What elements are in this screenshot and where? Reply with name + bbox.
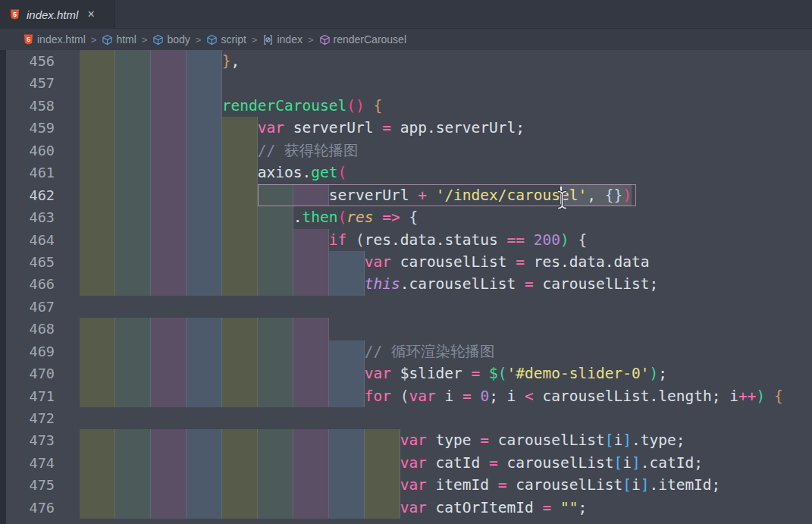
code-text: .then(res => {: [80, 206, 812, 228]
indent-block: [115, 72, 151, 94]
code-text: },: [80, 50, 812, 72]
indent-block: [293, 318, 329, 340]
breadcrumb-separator: >: [91, 34, 97, 45]
code-text: var serverUrl = app.serverUrl;: [80, 117, 812, 139]
code-text: var type = carouselList[i].type;: [80, 429, 812, 451]
line-number: 474: [0, 452, 80, 474]
line-number: 458: [0, 95, 80, 117]
code-line[interactable]: 466 this.carouselList = carouselList;: [0, 273, 812, 295]
code-line[interactable]: 474 var catId = carouselList[i].catId;: [0, 452, 812, 474]
line-number: 469: [0, 340, 80, 362]
line-number: 461: [0, 162, 80, 184]
code-line[interactable]: 456 },: [0, 50, 812, 72]
code-line[interactable]: 463 .then(res => {: [0, 206, 812, 228]
indent-block: [151, 318, 187, 340]
code-text: renderCarousel() {: [80, 95, 812, 117]
indent-block: [151, 72, 187, 94]
indent-block: [80, 72, 115, 94]
code-line[interactable]: 468: [0, 318, 812, 340]
indent-block: [187, 72, 222, 94]
breadcrumb-separator: >: [196, 34, 202, 45]
indent-block: [258, 318, 293, 340]
code-text: var carouselList = res.data.data: [80, 251, 812, 273]
tab-title: index.html: [27, 8, 78, 21]
line-number: 462: [0, 184, 80, 206]
breadcrumb-item-index.html[interactable]: 5index.html: [23, 33, 86, 45]
code-text: axios.get(: [80, 162, 812, 184]
code-line[interactable]: 471 for (var i = 0; i < carouselList.len…: [0, 385, 812, 407]
line-number: 459: [0, 117, 80, 139]
indent-block: [222, 318, 258, 340]
method-icon: [319, 33, 331, 45]
line-number: 460: [0, 140, 80, 162]
breadcrumb-item-html[interactable]: html: [102, 33, 136, 45]
indent-block: [115, 318, 151, 340]
code-line[interactable]: 464 if (res.data.status == 200) {: [0, 229, 812, 251]
svg-text:5: 5: [27, 36, 30, 43]
line-number: 465: [0, 251, 80, 273]
line-number: 471: [0, 385, 80, 407]
line-number: 475: [0, 474, 80, 496]
line-number: 457: [0, 72, 80, 94]
line-number: 468: [0, 318, 80, 340]
code-line[interactable]: 469 // 循环渲染轮播图: [0, 340, 812, 362]
code-text: // 循环渲染轮播图: [80, 340, 812, 362]
html5-icon: 5: [23, 33, 34, 45]
element-icon: [102, 33, 113, 45]
breadcrumb: 5index.html>html>body>script>index>rende…: [0, 29, 812, 50]
code-line[interactable]: 475 var itemId = carouselList[i].itemId;: [0, 474, 812, 496]
line-number: 463: [0, 206, 80, 228]
breadcrumb-separator: >: [308, 34, 314, 45]
line-number: 472: [0, 407, 80, 429]
line-number: 456: [0, 50, 80, 72]
line-number: 470: [0, 362, 80, 384]
code-line[interactable]: 465 var carouselList = res.data.data: [0, 251, 812, 273]
code-line[interactable]: 470 var $slider = $('#demo-slider-0');: [0, 362, 812, 384]
code-line[interactable]: 458 renderCarousel() {: [0, 95, 812, 117]
line-number: 476: [0, 497, 80, 519]
module-icon: [262, 33, 274, 45]
breadcrumb-label: body: [167, 33, 190, 45]
breadcrumb-label: script: [221, 33, 246, 45]
code-text: if (res.data.status == 200) {: [80, 229, 812, 251]
close-icon[interactable]: ×: [86, 8, 96, 20]
svg-text:5: 5: [13, 11, 17, 18]
line-number: 466: [0, 273, 80, 295]
breadcrumb-separator: >: [142, 34, 148, 45]
breadcrumb-item-renderCarousel[interactable]: renderCarousel: [319, 33, 407, 45]
code-text: var itemId = carouselList[i].itemId;: [80, 474, 812, 496]
code-text: // 获得轮播图: [80, 140, 812, 162]
code-text: serverUrl + '/index/carousel', {}): [80, 184, 812, 206]
code-text: this.carouselList = carouselList;: [80, 273, 812, 295]
breadcrumb-item-index[interactable]: index: [262, 33, 302, 45]
tab-index-html[interactable]: 5 index.html ×: [0, 0, 115, 29]
code-line[interactable]: 472: [0, 407, 812, 429]
line-number: 473: [0, 429, 80, 451]
code-line[interactable]: 473 var type = carouselList[i].type;: [0, 429, 812, 451]
code-area[interactable]: 456 },457458 renderCarousel() {459 var s…: [0, 50, 812, 524]
vscode-window: 5 index.html × 5index.html>html>body>scr…: [0, 0, 812, 524]
breadcrumb-item-body[interactable]: body: [152, 33, 190, 45]
code-line[interactable]: 461 axios.get(: [0, 162, 812, 184]
breadcrumb-label: index.html: [37, 33, 86, 45]
breadcrumb-label: index: [277, 33, 302, 45]
code-line[interactable]: 457: [0, 72, 812, 94]
code-line[interactable]: 460 // 获得轮播图: [0, 140, 812, 162]
code-text: var $slider = $('#demo-slider-0');: [80, 362, 812, 384]
line-number: 467: [0, 296, 80, 318]
code-line[interactable]: 467: [0, 296, 812, 318]
html5-icon: 5: [9, 8, 20, 21]
breadcrumb-separator: >: [252, 34, 258, 45]
indent-block: [80, 318, 115, 340]
tab-bar: 5 index.html ×: [0, 0, 812, 29]
element-icon: [206, 33, 218, 45]
code-line[interactable]: 462 serverUrl + '/index/carousel', {}): [0, 184, 812, 206]
code-text: var catOrItemId = "";: [80, 497, 812, 519]
code-line[interactable]: 459 var serverUrl = app.serverUrl;: [0, 117, 812, 139]
code-text: var catId = carouselList[i].catId;: [80, 452, 812, 474]
text-caret: [560, 187, 562, 204]
element-icon: [152, 33, 164, 45]
line-number: 464: [0, 229, 80, 251]
breadcrumb-item-script[interactable]: script: [206, 33, 246, 45]
code-line[interactable]: 476 var catOrItemId = "";: [0, 497, 812, 519]
